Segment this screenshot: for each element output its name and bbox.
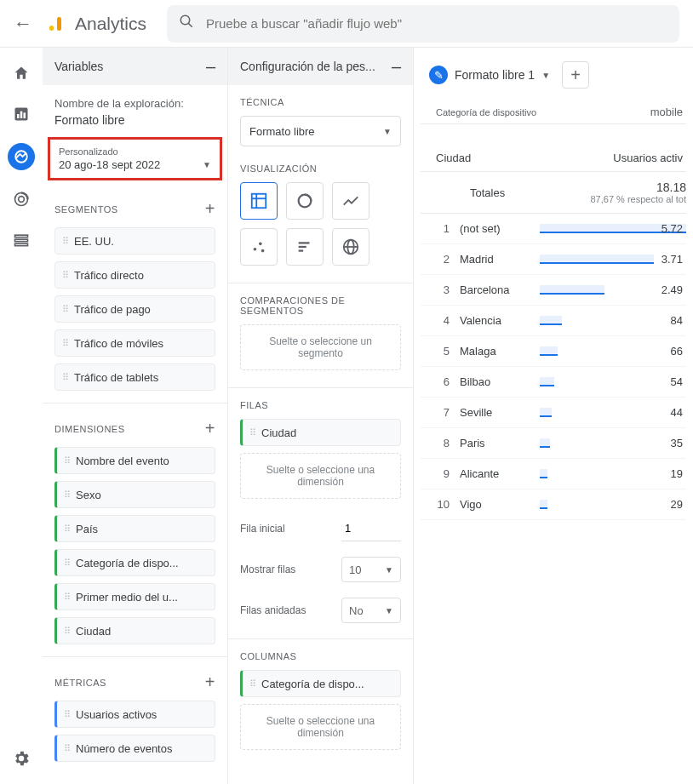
device-value: mobile [540,106,686,118]
row-index: 5 [421,345,460,358]
nav-reports-icon[interactable] [9,102,33,126]
segment-chip[interactable]: ⠿Tráfico de pago [54,295,215,323]
svg-rect-13 [15,243,28,246]
data-bar [540,377,554,386]
chip-label: País [76,523,98,535]
start-row-input[interactable] [341,516,401,541]
report-tab[interactable]: ✎ Formato libre 1 ▼ [429,66,550,84]
row-dimension-value: Madrid [460,253,540,266]
dim-header[interactable]: Ciudad [421,131,540,164]
add-dimension-button[interactable]: + [205,419,215,438]
table-row[interactable]: 1(not set)5.72 [421,214,686,244]
svg-rect-0 [49,26,54,31]
table-row[interactable]: 3Barcelona2.49 [421,275,686,306]
add-metric-button[interactable]: + [205,672,215,692]
analytics-logo-icon [46,14,66,34]
totals-label: Totales [421,186,540,199]
table-row[interactable]: 8Paris35 [421,428,686,459]
segment-chip[interactable]: ⠿Tráfico de tablets [54,363,215,391]
rows-dropzone[interactable]: Suelte o seleccione una dimensión [240,453,401,499]
add-tab-button[interactable]: + [562,61,589,89]
cols-chip[interactable]: ⠿Categoría de dispo... [240,670,401,697]
technique-value: Formato libre [249,125,315,138]
segment-chip[interactable]: ⠿EE. UU. [54,227,215,255]
rows-label: FILAS [240,400,401,410]
collapse-icon[interactable]: – [392,57,401,77]
chevron-down-icon: ▼ [541,71,550,80]
row-metric-value: 2.49 [662,283,683,296]
segment-dropzone[interactable]: Suelte o seleccione un segmento [240,324,401,370]
show-rows-select[interactable]: 10▼ [341,557,401,582]
row-metric-cell: 84 [540,314,686,327]
back-arrow-icon[interactable]: ← [14,13,46,35]
chevron-down-icon: ▼ [385,565,393,575]
viz-label: VISUALIZACIÓN [240,163,401,174]
chip-label: Nombre del evento [76,455,169,467]
table-row[interactable]: 9Alicante19 [421,459,686,489]
row-metric-cell: 5.72 [540,222,686,235]
dimension-chip[interactable]: ⠿País [54,515,215,542]
search-box[interactable] [167,5,679,43]
table-row[interactable]: 6Bilbao54 [421,367,686,398]
add-segment-button[interactable]: + [205,199,215,219]
row-dimension-value: Malaga [460,345,540,358]
nested-rows-select[interactable]: No▼ [341,598,401,623]
metric-chip[interactable]: ⠿Usuarios activos [54,701,215,728]
totals-value: 18.18 [540,180,686,194]
exploration-name-value[interactable]: Formato libre [54,113,215,127]
compare-segments-label: COMPARACIONES DE SEGMENTOS [240,295,401,316]
segment-chip[interactable]: ⠿Tráfico directo [54,261,215,289]
row-dimension-value: Bilbao [460,375,540,388]
viz-geo-button[interactable] [332,228,369,266]
nav-explore-icon[interactable] [8,143,35,170]
row-index: 7 [421,406,460,419]
drag-handle-icon: ⠿ [64,709,69,720]
metric-header[interactable]: Usuarios activ [540,131,686,164]
technique-select[interactable]: Formato libre ▼ [240,116,401,146]
variables-panel-header: Variables – [43,48,227,85]
rows-chip[interactable]: ⠿Ciudad [240,419,401,446]
chevron-down-icon: ▼ [203,160,211,169]
viz-table-button[interactable] [240,182,278,220]
dimensions-section-title: DIMENSIONES [54,424,125,434]
data-bar [540,346,558,356]
app-header: ← Analytics [0,0,693,48]
viz-bar-button[interactable] [286,228,324,266]
nested-rows-label: Filas anidadas [240,604,306,616]
table-row[interactable]: 4Valencia84 [421,306,686,336]
dimension-chip[interactable]: ⠿Primer medio del u... [54,583,215,610]
search-input[interactable] [206,16,667,31]
table-row[interactable]: 5Malaga66 [421,336,686,367]
collapse-icon[interactable]: – [206,57,215,77]
viz-line-button[interactable] [332,182,369,220]
table-row[interactable]: 2Madrid3.71 [421,244,686,275]
logo[interactable]: Analytics [46,14,146,34]
row-index: 10 [421,498,460,511]
metric-chip[interactable]: ⠿Número de eventos [54,735,215,762]
dimension-chip[interactable]: ⠿Sexo [54,481,215,508]
svg-rect-1 [57,17,61,31]
dimension-chip[interactable]: ⠿Categoría de dispo... [54,549,215,576]
row-index: 2 [421,253,460,266]
nav-advertising-icon[interactable] [9,187,33,211]
nav-settings-icon[interactable] [9,747,33,770]
nav-configure-icon[interactable] [9,228,33,252]
dimension-chip[interactable]: ⠿Ciudad [54,617,215,644]
row-index: 9 [421,467,460,480]
dimension-chip[interactable]: ⠿Nombre del evento [54,447,215,474]
cols-dropzone[interactable]: Suelte o seleccione una dimensión [240,704,401,750]
viz-donut-button[interactable] [286,182,324,220]
config-panel-header: Configuración de la pes... – [228,48,413,85]
nav-home-icon[interactable] [9,61,33,85]
table-row[interactable]: 10Vigo29 [421,489,686,520]
table-row[interactable]: 7Seville44 [421,398,686,428]
show-rows-value: 10 [349,564,361,576]
date-range-picker[interactable]: Personalizado 20 ago-18 sept 2022 ▼ [48,137,222,180]
row-dimension-value: Paris [460,437,540,449]
row-index: 4 [421,314,460,327]
row-index: 6 [421,375,460,388]
svg-rect-14 [252,194,266,209]
viz-scatter-button[interactable] [240,228,278,266]
totals-subtext: 87,67 % respecto al tot [540,194,686,204]
segment-chip[interactable]: ⠿Tráfico de móviles [54,329,215,357]
